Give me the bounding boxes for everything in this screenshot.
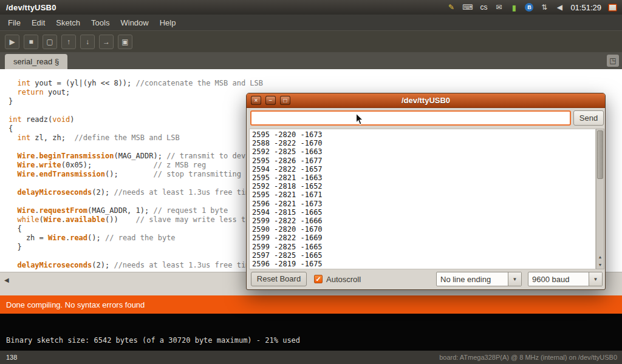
compile-status-bar: Done compiling. No syntax errors found <box>0 295 622 314</box>
keyboard-layout-indicator[interactable]: cs <box>479 3 488 12</box>
scroll-up-icon[interactable]: ▲ <box>596 253 604 261</box>
baud-rate-dropdown[interactable]: 9600 baud ▼ <box>528 272 603 286</box>
menu-item-help[interactable]: Help <box>154 16 182 30</box>
serial-line: 2588 -2822 -1670 <box>252 139 595 147</box>
serial-line: 2595 -2826 -1677 <box>252 157 595 165</box>
network-icon[interactable]: ⇅ <box>540 3 549 12</box>
serial-line: 2599 -2825 -1665 <box>252 243 595 251</box>
notes-icon[interactable]: ✎ <box>447 3 456 12</box>
system-tray: ✎⌨cs✉▮B⇅◀ 01:51:29 <box>447 3 617 12</box>
menu-item-tools[interactable]: Tools <box>86 16 115 30</box>
serial-window-titlebar[interactable]: /dev/ttyUSB0 × − □ <box>247 93 605 108</box>
serial-line: 2599 -2822 -1666 <box>252 217 595 225</box>
serial-window-title: /dev/ttyUSB0 <box>247 96 605 105</box>
line-ending-value: No line ending <box>437 275 508 284</box>
close-icon: × <box>255 97 258 104</box>
save-button[interactable]: ↓ <box>80 35 95 49</box>
reset-board-button[interactable]: Reset Board <box>251 272 307 286</box>
editor-split-button[interactable]: ◳ <box>607 55 619 67</box>
autoscroll-checkbox[interactable]: ✓ <box>314 275 323 283</box>
serial-line: 2597 -2825 -1665 <box>252 251 595 260</box>
serial-monitor-icon: ▣ <box>121 38 128 46</box>
menu-item-window[interactable]: Window <box>115 16 154 30</box>
serial-line: 2595 -2821 -1671 <box>252 190 595 199</box>
line-ending-dropdown[interactable]: No line ending ▼ <box>436 272 522 286</box>
keyboard-icon[interactable]: ⌨ <box>462 3 473 12</box>
code-line: int yout = (yl|(yh << 8)); //concatenate… <box>9 79 622 88</box>
verify-icon: ▶ <box>9 38 15 46</box>
minimize-icon: − <box>269 97 273 104</box>
tray-icons: ✎⌨cs✉▮B⇅◀ <box>447 3 564 12</box>
ide-footer: 138 board: ATmega328P(A) @ 8 MHz (intern… <box>0 351 622 364</box>
serial-line: 2592 -2825 -1663 <box>252 147 595 156</box>
serial-monitor-window: /dev/ttyUSB0 × − □ Send 2595 -2820 -1673… <box>246 93 606 290</box>
save-icon: ↓ <box>86 38 89 46</box>
scrollbar-thumb[interactable] <box>597 130 603 179</box>
autoscroll-label: Autoscroll <box>326 275 361 284</box>
serial-output[interactable]: 2595 -2820 -16732588 -2822 -16702592 -28… <box>249 129 596 269</box>
menu-item-sketch[interactable]: Sketch <box>50 16 86 30</box>
line-number-indicator: 138 <box>6 354 17 361</box>
session-menu-icon[interactable] <box>608 4 617 12</box>
window-maximize-button[interactable]: □ <box>280 96 290 105</box>
serial-line: 2595 -2820 -1673 <box>252 130 595 139</box>
maximize-icon: □ <box>283 97 287 104</box>
serial-line: 2594 -2815 -1665 <box>252 208 595 217</box>
serial-line: 2596 -2821 -1673 <box>252 200 595 208</box>
volume-icon[interactable]: ◀ <box>555 3 564 12</box>
serial-scrollbar[interactable]: ▲ ▼ <box>596 129 604 269</box>
active-window-title: /dev/ttyUSB0 <box>6 3 56 12</box>
serial-line: 2595 -2821 -1663 <box>252 174 595 182</box>
menu-item-edit[interactable]: Edit <box>26 16 50 30</box>
tab-bar: serial_read § ◳ <box>0 52 622 69</box>
serial-line: 2599 -2822 -1669 <box>252 234 595 242</box>
stop-icon: ■ <box>29 38 33 46</box>
send-button[interactable]: Send <box>573 110 604 126</box>
open-button[interactable]: ↑ <box>61 35 76 49</box>
serial-line: 2596 -2819 -1675 <box>252 260 595 268</box>
menu-bar: FileEditSketchToolsWindowHelp <box>0 15 622 30</box>
verify-button[interactable]: ▶ <box>5 35 19 49</box>
console-line: Binary sketch size: 6542 bytes (of a 307… <box>6 336 300 345</box>
window-close-button[interactable]: × <box>251 96 261 105</box>
scroll-down-icon[interactable]: ▼ <box>596 261 604 269</box>
toolbar: ▶■▢↑↓→▣ <box>0 30 622 52</box>
serial-line: 2594 -2822 -1657 <box>252 165 595 174</box>
chevron-down-icon[interactable]: ▼ <box>589 272 602 286</box>
open-icon: ↑ <box>67 38 70 46</box>
chevron-down-icon[interactable]: ▼ <box>508 272 521 286</box>
mail-icon[interactable]: ✉ <box>494 3 503 12</box>
battery-icon[interactable]: ▮ <box>510 3 518 12</box>
serial-monitor-button[interactable]: ▣ <box>118 35 132 49</box>
console-output: Binary sketch size: 6542 bytes (of a 307… <box>0 314 622 351</box>
new-sketch-button[interactable]: ▢ <box>43 35 57 49</box>
tab-serial-read[interactable]: serial_read § <box>5 54 67 69</box>
menu-item-file[interactable]: File <box>2 16 26 30</box>
serial-send-input[interactable] <box>250 110 571 126</box>
new-sketch-icon: ▢ <box>46 38 53 46</box>
top-panel: /dev/ttyUSB0 ✎⌨cs✉▮B⇅◀ 01:51:29 <box>0 0 622 15</box>
bluetooth-icon[interactable]: B <box>525 3 533 12</box>
stop-button[interactable]: ■ <box>24 35 38 49</box>
compile-status-text: Done compiling. No syntax errors found <box>6 300 145 309</box>
upload-button[interactable]: → <box>99 35 114 49</box>
split-editor-icon: ◳ <box>609 56 616 65</box>
board-info: board: ATmega328P(A) @ 8 MHz (internal) … <box>439 354 617 361</box>
hscroll-left-icon[interactable]: ◀ <box>4 277 9 283</box>
serial-line: 2592 -2818 -1652 <box>252 182 595 190</box>
baud-rate-value: 9600 baud <box>528 275 589 284</box>
clock[interactable]: 01:51:29 <box>570 3 601 12</box>
serial-line: 2590 -2820 -1670 <box>252 225 595 234</box>
upload-icon: → <box>103 38 110 46</box>
window-minimize-button[interactable]: − <box>265 96 276 105</box>
